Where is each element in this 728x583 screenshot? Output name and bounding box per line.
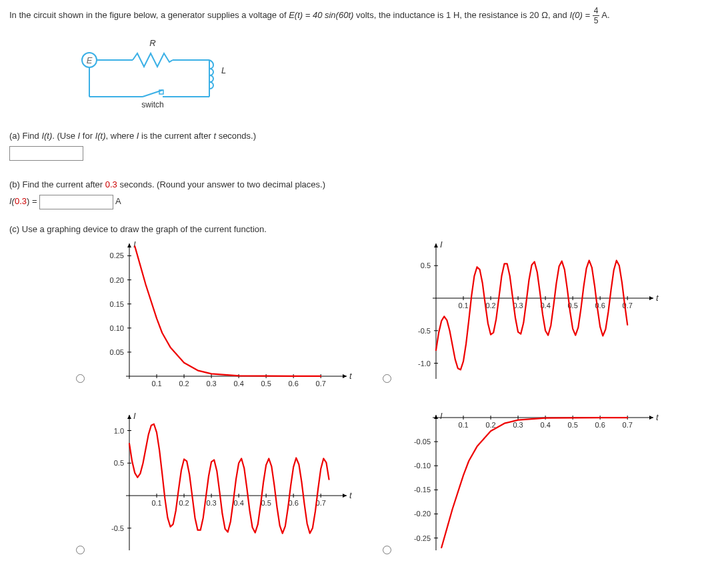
svg-text:t: t <box>656 293 659 303</box>
part-a-where: , where <box>106 131 137 141</box>
part-b-unit: A <box>115 196 121 206</box>
part-b-redtime: 0.3 <box>105 179 117 189</box>
circuit-diagram: E R L switch <box>69 37 719 119</box>
part-a-var: I(t) <box>41 131 52 141</box>
intro-text: In the circuit shown in the figure below… <box>9 10 289 20</box>
volts-text: volts, the inductance is 1 H, the resist… <box>356 10 569 20</box>
part-b-lhs-pre: I( <box>9 196 15 206</box>
part-b-sec: seconds. (Round your answer to two decim… <box>117 179 325 189</box>
graph-3: 0.10.20.30.40.50.60.7-0.50.51.0It <box>89 411 376 568</box>
svg-text:0.10: 0.10 <box>110 324 124 332</box>
graph-4: 0.10.20.30.40.50.60.7-0.25-0.20-0.15-0.1… <box>396 411 683 568</box>
svg-text:-0.05: -0.05 <box>414 438 431 446</box>
svg-text:0.15: 0.15 <box>110 300 124 308</box>
svg-text:0.5: 0.5 <box>114 459 124 467</box>
part-a-label: (a) Find <box>9 131 41 141</box>
svg-text:0.1: 0.1 <box>151 380 161 388</box>
part-b: (b) Find the current after 0.3 seconds. … <box>9 179 719 189</box>
graph-option-1[interactable] <box>76 374 85 383</box>
svg-text:0.7: 0.7 <box>316 380 326 388</box>
svg-text:0.25: 0.25 <box>110 251 124 259</box>
svg-text:0.1: 0.1 <box>458 421 468 429</box>
svg-text:0.1: 0.1 <box>151 499 161 507</box>
svg-text:-1.0: -1.0 <box>418 360 431 368</box>
graph-option-3[interactable] <box>76 546 85 554</box>
svg-text:0.3: 0.3 <box>206 499 216 507</box>
voltage-expr: E(t) = 40 sin(60t) <box>289 10 353 20</box>
part-c: (c) Use a graphing device to draw the gr… <box>9 224 719 234</box>
svg-text:0.05: 0.05 <box>110 348 124 356</box>
svg-text:0.6: 0.6 <box>289 380 299 388</box>
svg-text:0.2: 0.2 <box>179 380 189 388</box>
part-a-It: I(t) <box>95 131 106 141</box>
svg-text:-0.10: -0.10 <box>414 462 431 470</box>
svg-text:0.4: 0.4 <box>540 421 550 429</box>
svg-text:-0.15: -0.15 <box>414 486 431 494</box>
part-c-label: (c) Use a graphing device to draw the gr… <box>9 224 267 234</box>
switch-label: switch <box>141 100 163 109</box>
part-b-label: (b) Find the current after <box>9 179 105 189</box>
svg-text:t: t <box>349 490 353 500</box>
graph-option-2[interactable] <box>383 374 391 383</box>
svg-text:0.2: 0.2 <box>179 499 189 507</box>
part-b-lhs-post: ) = <box>27 196 39 206</box>
E-label: E <box>87 55 93 65</box>
svg-text:0.5: 0.5 <box>261 499 271 507</box>
svg-text:1.0: 1.0 <box>114 427 124 435</box>
amps-suffix: A. <box>601 10 609 20</box>
svg-text:t: t <box>656 412 659 422</box>
svg-text:0.2: 0.2 <box>485 421 495 429</box>
svg-text:0.4: 0.4 <box>233 499 243 507</box>
svg-text:-0.5: -0.5 <box>111 524 124 532</box>
part-b-lhs-time: 0.3 <box>15 196 27 206</box>
part-a-sec: seconds.) <box>216 131 256 141</box>
svg-text:0.20: 0.20 <box>110 276 124 284</box>
svg-text:I: I <box>133 411 136 421</box>
svg-text:0.3: 0.3 <box>206 380 216 388</box>
frac-den: 5 <box>593 16 600 25</box>
svg-text:0.2: 0.2 <box>485 302 495 310</box>
part-a-after: is the current after <box>139 131 213 141</box>
svg-text:0.4: 0.4 <box>233 380 243 388</box>
graph-2: 0.10.20.30.40.50.60.7-1.0-0.50.5It <box>396 239 683 396</box>
svg-text:0.6: 0.6 <box>595 421 605 429</box>
problem-statement: In the circuit shown in the figure below… <box>9 7 719 25</box>
part-b-input[interactable] <box>39 195 113 209</box>
part-a-for: for <box>80 131 95 141</box>
part-a-input[interactable] <box>9 146 83 161</box>
svg-text:-0.5: -0.5 <box>418 327 431 335</box>
svg-text:0.6: 0.6 <box>289 499 299 507</box>
graph-option-4[interactable] <box>383 546 391 554</box>
i0-frac: 45 <box>593 7 600 25</box>
svg-text:t: t <box>349 371 353 381</box>
svg-text:-0.20: -0.20 <box>414 510 431 518</box>
svg-text:0.7: 0.7 <box>623 421 633 429</box>
R-label: R <box>149 38 155 48</box>
svg-text:0.1: 0.1 <box>458 302 468 310</box>
svg-text:0.5: 0.5 <box>261 380 271 388</box>
svg-text:0.5: 0.5 <box>421 261 431 269</box>
svg-text:I: I <box>440 411 443 421</box>
graph-1: 0.10.20.30.40.50.60.70.050.100.150.200.2… <box>89 239 376 396</box>
frac-num: 4 <box>593 7 600 16</box>
part-b-answer-line: I(0.3) = A <box>9 195 719 209</box>
svg-text:0.5: 0.5 <box>567 421 577 429</box>
part-a: (a) Find I(t). (Use I for I(t), where I … <box>9 131 719 141</box>
part-a-hint-prefix: . (Use <box>52 131 77 141</box>
svg-text:0.3: 0.3 <box>513 421 523 429</box>
i0-lhs: I(0) = <box>569 10 592 20</box>
svg-text:-0.25: -0.25 <box>414 534 431 542</box>
svg-text:I: I <box>440 239 443 249</box>
L-label: L <box>221 65 226 75</box>
